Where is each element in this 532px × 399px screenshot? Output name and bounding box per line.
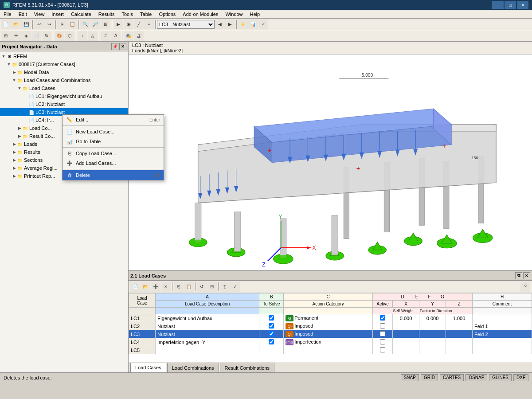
tree-item-lc1[interactable]: 📄 LC1: Eigengewicht und Aufbau	[0, 92, 128, 100]
print-icon[interactable]: 🖨	[134, 31, 144, 41]
menu-addon[interactable]: Add-on Modules	[179, 10, 222, 18]
table-row[interactable]: LC3 Nutzlast QiImposed Feld 2	[129, 330, 532, 338]
table-formula-icon[interactable]: ∑	[220, 282, 230, 292]
menu-help[interactable]: Help	[246, 10, 264, 18]
tab-load-cases[interactable]: Load Cases	[130, 363, 166, 372]
grid-button[interactable]: GRID	[421, 374, 438, 381]
panel-pin-button[interactable]: 📌	[111, 43, 118, 50]
new-icon[interactable]: 📄	[1, 20, 11, 29]
tree-item-load-cases[interactable]: ▼ 📁 Load Cases	[0, 84, 128, 92]
tree-item-project[interactable]: ▼ 📁 000817 [Customer Cases]	[0, 60, 128, 68]
osnap-button[interactable]: OSNAP	[466, 374, 487, 381]
open-icon[interactable]: 📂	[11, 20, 21, 29]
cm-new-load-case[interactable]: 📄 New Load Case...	[63, 127, 164, 137]
view-top-icon[interactable]: ⬜	[31, 31, 41, 41]
cell-active[interactable]	[373, 338, 393, 346]
run-icon[interactable]: ⚡	[238, 20, 248, 29]
menu-results[interactable]: Results	[95, 10, 118, 18]
table-open-icon[interactable]: 📂	[141, 282, 150, 292]
number-icon[interactable]: #	[101, 31, 110, 41]
table-copy-icon[interactable]: ⎘	[174, 282, 184, 292]
table-row[interactable]: LC4 Imperfektion gegen -Y ImpImperfectio…	[129, 338, 532, 346]
cartes-button[interactable]: CARTES	[440, 374, 464, 381]
cell-active[interactable]	[373, 346, 393, 354]
panel-close-button[interactable]: ✕	[119, 43, 126, 50]
menu-options[interactable]: Options	[155, 10, 179, 18]
table-refresh-icon[interactable]: ↺	[197, 282, 207, 292]
active-checkbox[interactable]	[380, 323, 385, 329]
cm-copy-load-case[interactable]: ⎘ Copy Load Case...	[63, 149, 164, 158]
cm-edit[interactable]: ✏️ Edit... Enter	[63, 115, 164, 125]
to-solve-checkbox[interactable]	[269, 331, 274, 336]
tree-item-lcc[interactable]: ▼ 📁 Load Cases and Combinations	[0, 76, 128, 84]
menu-insert[interactable]: Insert	[48, 10, 67, 18]
color-icon[interactable]: 🎭	[124, 31, 133, 41]
tree-item-lc2[interactable]: 📄 LC2: Nutzlast	[0, 100, 128, 108]
menu-tools[interactable]: Tools	[118, 10, 137, 18]
menu-calculate[interactable]: Calculate	[67, 10, 95, 18]
active-checkbox[interactable]	[380, 331, 385, 336]
undo-icon[interactable]: ↩	[34, 20, 44, 29]
lc-dropdown[interactable]: LC3 - Nutzlast	[157, 20, 215, 29]
cell-to-solve[interactable]	[259, 314, 284, 322]
grid-icon[interactable]: ⊞	[1, 31, 11, 41]
maximize-button[interactable]: □	[505, 1, 516, 9]
tree-item-model-data[interactable]: ▶ 📁 Model Data	[0, 68, 128, 76]
cell-to-solve[interactable]	[259, 322, 284, 330]
table-new-icon[interactable]: 📄	[130, 282, 140, 292]
table-row[interactable]: LC5	[129, 346, 532, 354]
tab-load-combinations[interactable]: Load Combinations	[167, 363, 219, 372]
to-solve-checkbox[interactable]	[269, 339, 274, 344]
paste-icon[interactable]: 📋	[67, 20, 77, 29]
active-checkbox[interactable]	[380, 339, 385, 344]
menu-edit[interactable]: Edit	[15, 10, 31, 18]
cell-to-solve[interactable]	[259, 338, 284, 346]
snap-button[interactable]: SNAP	[401, 374, 419, 381]
rotate-icon[interactable]: ↻	[42, 31, 51, 41]
result-icon[interactable]: 📊	[248, 20, 258, 29]
cell-active[interactable]	[373, 314, 393, 322]
menu-file[interactable]: File	[0, 10, 15, 18]
render-icon[interactable]: 🎨	[55, 31, 64, 41]
menu-table[interactable]: Table	[137, 10, 155, 18]
help-icon[interactable]: ?	[520, 282, 530, 292]
table-check-icon[interactable]: ✓	[230, 282, 240, 292]
label-icon[interactable]: A	[111, 31, 121, 41]
tree-item-rfem[interactable]: ▼ ⚙ RFEM	[0, 52, 128, 60]
redo-icon[interactable]: ↪	[44, 20, 54, 29]
save-icon[interactable]: 💾	[21, 20, 31, 29]
cell-active[interactable]	[373, 322, 393, 330]
prev-lc-icon[interactable]: ◀	[215, 20, 225, 29]
wire-icon[interactable]: ⬡	[65, 31, 74, 41]
float-button[interactable]: ⧉	[515, 272, 522, 279]
view3d-icon[interactable]: ◈	[21, 31, 31, 41]
table-row[interactable]: LC1 Eigengewicht und Aufbau GPermanent 0…	[129, 314, 532, 322]
surface-icon[interactable]: ▪	[144, 20, 154, 29]
line-icon[interactable]: ╱	[134, 20, 144, 29]
cell-to-solve[interactable]	[259, 346, 284, 354]
close-panel-button[interactable]: ✕	[523, 272, 530, 279]
cm-delete[interactable]: 🗑 Delete Del	[63, 170, 164, 180]
to-solve-checkbox[interactable]	[269, 323, 274, 329]
zoom-out-icon[interactable]: 🔎	[90, 20, 100, 29]
table-add-icon[interactable]: ➕	[151, 282, 160, 292]
view-canvas[interactable]: 5.000	[129, 55, 532, 270]
next-lc-icon[interactable]: ▶	[225, 20, 235, 29]
minimize-button[interactable]: −	[492, 1, 504, 9]
table-filter-icon[interactable]: ⊟	[207, 282, 217, 292]
dxf-button[interactable]: DXF	[513, 374, 528, 381]
copy-icon[interactable]: ⎘	[57, 20, 67, 29]
cm-add-load-cases[interactable]: ➕ Add Load Cases...	[63, 158, 164, 168]
check-icon[interactable]: ✓	[258, 20, 268, 29]
zoom-all-icon[interactable]: ⊞	[101, 20, 110, 29]
to-solve-checkbox[interactable]	[269, 315, 274, 321]
tab-result-combinations[interactable]: Result Combinations	[220, 363, 275, 372]
menu-window[interactable]: Window	[222, 10, 246, 18]
cm-go-to-table[interactable]: 📊 Go to Table	[63, 137, 164, 146]
snap-icon[interactable]: ✛	[11, 31, 21, 41]
table-paste-icon[interactable]: 📋	[184, 282, 194, 292]
node-icon[interactable]: ◉	[124, 20, 133, 29]
zoom-in-icon[interactable]: 🔍	[80, 20, 90, 29]
table-del-icon[interactable]: ✕	[161, 282, 171, 292]
active-checkbox[interactable]	[380, 347, 385, 352]
